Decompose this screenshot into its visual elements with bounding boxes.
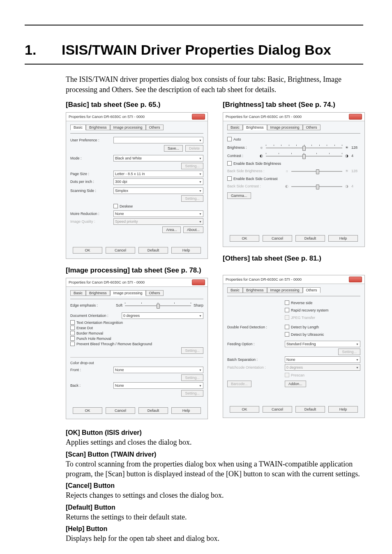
edge-emphasis-slider[interactable]	[125, 302, 191, 308]
ok-button[interactable]: OK	[230, 235, 259, 242]
cancel-button[interactable]: Cancel	[263, 235, 292, 242]
moire-combo[interactable]: None▼	[113, 210, 203, 217]
feeding-setting-button: Setting...	[338, 349, 360, 355]
bs-brightness-value: 128	[351, 169, 360, 173]
sun-dim-icon: ☼	[285, 169, 289, 173]
contrast-slider[interactable]	[266, 153, 342, 159]
image-quality-label: Image Quality :	[70, 219, 113, 224]
cancel-button[interactable]: Cancel	[263, 406, 292, 413]
brightness-slider[interactable]	[266, 145, 342, 150]
addon-button[interactable]: Addon...	[285, 381, 306, 387]
help-button[interactable]: Help	[171, 247, 201, 254]
mode-setting-button: Setting...	[181, 163, 203, 169]
enable-bs-contrast-checkbox[interactable]	[227, 176, 232, 181]
batch-separation-combo[interactable]: None▼	[285, 356, 360, 363]
default-button[interactable]: Default	[138, 247, 168, 254]
enable-bs-brightness-label: Enable Back Side Brightness	[233, 162, 281, 166]
tab-others[interactable]: Others	[146, 125, 164, 130]
chevron-down-icon: ▼	[356, 366, 359, 369]
chevron-down-icon: ▼	[356, 343, 359, 346]
edge-soft-label: Soft	[116, 303, 122, 307]
default-button[interactable]: Default	[295, 406, 325, 413]
tab-basic[interactable]: Basic	[70, 290, 86, 296]
mode-combo[interactable]: Black and White▼	[113, 155, 203, 162]
save-button[interactable]: Save...	[164, 145, 183, 152]
tab-brightness[interactable]: Brightness	[86, 125, 110, 130]
gamma-button[interactable]: Gamma...	[227, 192, 251, 199]
tab-others[interactable]: Others	[303, 287, 321, 293]
front-combo[interactable]: None▼	[113, 367, 203, 373]
others-tab-screenshot: Properties for Canon DR-6030C on STI - 0…	[223, 275, 365, 418]
user-preference-combo[interactable]: ▼	[113, 137, 203, 143]
reverse-side-checkbox[interactable]	[285, 300, 289, 305]
tab-brightness[interactable]: Brightness	[243, 287, 267, 293]
contrast-label: Contrast :	[227, 154, 257, 158]
deskew-checkbox[interactable]	[113, 204, 118, 208]
erase-dot-checkbox[interactable]	[70, 325, 75, 330]
help-button[interactable]: Help	[328, 406, 358, 413]
text-orientation-label: Text Orientation Recognition	[76, 321, 123, 325]
tab-others[interactable]: Others	[146, 290, 164, 296]
punch-hole-checkbox[interactable]	[70, 336, 75, 341]
default-button[interactable]: Default	[138, 407, 168, 414]
tab-image-processing[interactable]: Image processing	[267, 125, 303, 130]
chevron-down-icon: ▼	[199, 180, 202, 183]
chevron-down-icon: ▼	[356, 358, 359, 361]
chevron-down-icon: ▼	[199, 220, 202, 223]
cancel-button[interactable]: Cancel	[106, 407, 135, 414]
tab-image-processing[interactable]: Image processing	[110, 290, 146, 296]
tab-others[interactable]: Others	[303, 125, 321, 130]
close-icon	[192, 279, 205, 285]
back-combo[interactable]: None▼	[113, 382, 203, 389]
default-button[interactable]: Default	[295, 235, 325, 242]
batch-separation-label: Batch Separation :	[227, 358, 285, 362]
ok-button-text: Applies settings and closes the dialog b…	[66, 437, 363, 447]
tab-basic[interactable]: Basic	[70, 125, 86, 130]
ok-button[interactable]: OK	[230, 406, 259, 413]
window-title: Properties for Canon DR-6030C on STI - 0…	[226, 277, 302, 282]
help-button[interactable]: Help	[328, 235, 358, 242]
sun-dim-icon: ☼	[259, 145, 263, 150]
rapid-recovery-checkbox[interactable]	[285, 308, 289, 312]
window-title: Properties for Canon DR-6030C on STI - 0…	[69, 280, 145, 284]
area-button[interactable]: Area...	[162, 226, 181, 233]
auto-checkbox[interactable]	[227, 137, 232, 141]
chapter-title: ISIS/TWAIN Driver Properties Dialog Box	[62, 42, 331, 58]
feeding-option-combo[interactable]: Standard Feeding▼	[285, 341, 360, 347]
contrast-high-icon: ◑	[345, 154, 349, 158]
chevron-down-icon: ▼	[199, 173, 202, 175]
tab-image-processing[interactable]: Image processing	[110, 125, 146, 130]
image-quality-combo: Speed priority▼	[113, 218, 203, 225]
window-title: Properties for Canon DR-6030C on STI - 0…	[69, 115, 145, 119]
cancel-button[interactable]: Cancel	[106, 247, 135, 254]
page-size-combo[interactable]: Letter - 8.5 x 11 in▼	[113, 171, 203, 177]
brightness-label: Brightness :	[227, 145, 257, 150]
border-removal-checkbox[interactable]	[70, 331, 75, 335]
prevent-bleed-checkbox[interactable]	[70, 342, 75, 346]
basic-tab-screenshot: Properties for Canon DR-6030C on STI - 0…	[66, 112, 208, 259]
doc-orientation-combo[interactable]: 0 degrees▼	[122, 312, 203, 319]
back-label: Back :	[70, 383, 113, 388]
edge-sharp-label: Sharp	[194, 303, 203, 307]
detect-length-checkbox[interactable]	[285, 325, 289, 329]
about-button[interactable]: About...	[183, 226, 203, 233]
help-button[interactable]: Help	[171, 407, 201, 414]
scanning-side-combo[interactable]: Simplex▼	[113, 187, 203, 194]
detect-ultrasonic-checkbox[interactable]	[285, 332, 289, 337]
chevron-down-icon: ▼	[199, 314, 202, 317]
contrast-high-icon: ◑	[345, 184, 349, 188]
tab-basic[interactable]: Basic	[227, 125, 243, 130]
chevron-down-icon: ▼	[199, 212, 202, 215]
dpi-combo[interactable]: 300 dpi▼	[113, 178, 203, 185]
deskew-label: Deskew	[120, 204, 133, 208]
brightness-value: 128	[351, 145, 360, 150]
double-feed-label: Double Feed Detection :	[227, 325, 285, 329]
tab-brightness[interactable]: Brightness	[86, 290, 110, 296]
enable-bs-brightness-checkbox[interactable]	[227, 161, 232, 166]
text-orientation-checkbox[interactable]	[70, 320, 75, 325]
tab-image-processing[interactable]: Image processing	[267, 287, 303, 293]
ok-button[interactable]: OK	[73, 407, 102, 414]
ok-button[interactable]: OK	[73, 247, 102, 254]
tab-brightness[interactable]: Brightness	[243, 125, 267, 130]
tab-basic[interactable]: Basic	[227, 287, 243, 293]
